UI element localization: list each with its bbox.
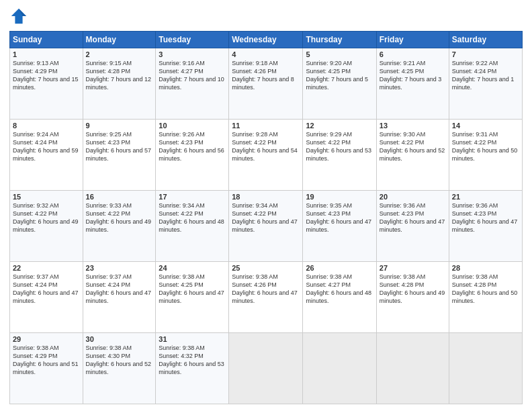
weekday-header-friday: Friday — [376, 32, 449, 48]
weekday-header-row: SundayMondayTuesdayWednesdayThursdayFrid… — [10, 32, 523, 48]
day-number: 2 — [86, 50, 153, 58]
day-info: Sunrise: 9:34 AMSunset: 4:22 PMDaylight:… — [232, 202, 298, 233]
calendar-cell: 12Sunrise: 9:29 AMSunset: 4:22 PMDayligh… — [303, 120, 376, 191]
weekday-header-wednesday: Wednesday — [229, 32, 303, 48]
day-info: Sunrise: 9:33 AMSunset: 4:22 PMDaylight:… — [86, 202, 152, 233]
calendar-cell: 24Sunrise: 9:38 AMSunset: 4:25 PMDayligh… — [156, 262, 229, 333]
calendar-cell: 7Sunrise: 9:22 AMSunset: 4:24 PMDaylight… — [449, 48, 522, 120]
day-number: 13 — [380, 122, 446, 130]
day-number: 1 — [13, 50, 80, 58]
weekday-header-monday: Monday — [83, 32, 156, 48]
day-number: 16 — [86, 193, 153, 201]
calendar-cell — [376, 333, 449, 404]
day-number: 20 — [380, 193, 446, 201]
calendar-cell: 13Sunrise: 9:30 AMSunset: 4:22 PMDayligh… — [376, 120, 449, 191]
day-number: 19 — [306, 193, 373, 201]
calendar-table: SundayMondayTuesdayWednesdayThursdayFrid… — [9, 31, 523, 404]
day-info: Sunrise: 9:36 AMSunset: 4:23 PMDaylight:… — [452, 202, 518, 233]
day-number: 9 — [86, 122, 153, 130]
calendar-cell: 17Sunrise: 9:34 AMSunset: 4:22 PMDayligh… — [156, 191, 229, 262]
calendar-cell: 16Sunrise: 9:33 AMSunset: 4:22 PMDayligh… — [83, 191, 156, 262]
day-number: 31 — [159, 335, 226, 343]
day-info: Sunrise: 9:31 AMSunset: 4:22 PMDaylight:… — [452, 131, 518, 162]
weekday-header-thursday: Thursday — [303, 32, 376, 48]
day-number: 10 — [159, 122, 226, 130]
day-number: 4 — [232, 50, 300, 58]
day-info: Sunrise: 9:16 AMSunset: 4:27 PMDaylight:… — [159, 60, 224, 91]
day-info: Sunrise: 9:30 AMSunset: 4:22 PMDaylight:… — [380, 131, 445, 162]
day-info: Sunrise: 9:38 AMSunset: 4:28 PMDaylight:… — [380, 273, 445, 304]
calendar-body: 1Sunrise: 9:13 AMSunset: 4:29 PMDaylight… — [10, 48, 523, 404]
calendar-week-5: 29Sunrise: 9:38 AMSunset: 4:29 PMDayligh… — [10, 333, 523, 404]
day-number: 7 — [452, 50, 519, 58]
weekday-header-saturday: Saturday — [449, 32, 522, 48]
calendar-cell: 29Sunrise: 9:38 AMSunset: 4:29 PMDayligh… — [10, 333, 83, 404]
day-info: Sunrise: 9:32 AMSunset: 4:22 PMDaylight:… — [13, 202, 79, 233]
day-info: Sunrise: 9:15 AMSunset: 4:28 PMDaylight:… — [86, 60, 152, 91]
weekday-header-tuesday: Tuesday — [156, 32, 229, 48]
day-info: Sunrise: 9:36 AMSunset: 4:23 PMDaylight:… — [380, 202, 445, 233]
calendar-cell — [449, 333, 522, 404]
day-info: Sunrise: 9:34 AMSunset: 4:22 PMDaylight:… — [159, 202, 224, 233]
day-info: Sunrise: 9:38 AMSunset: 4:26 PMDaylight:… — [232, 273, 298, 304]
calendar-cell — [303, 333, 376, 404]
calendar-cell: 26Sunrise: 9:38 AMSunset: 4:27 PMDayligh… — [303, 262, 376, 333]
day-number: 14 — [452, 122, 519, 130]
day-number: 29 — [13, 335, 80, 343]
calendar-cell: 18Sunrise: 9:34 AMSunset: 4:22 PMDayligh… — [229, 191, 303, 262]
day-info: Sunrise: 9:38 AMSunset: 4:25 PMDaylight:… — [159, 273, 224, 304]
calendar-week-2: 8Sunrise: 9:24 AMSunset: 4:24 PMDaylight… — [10, 120, 523, 191]
calendar-cell: 28Sunrise: 9:38 AMSunset: 4:28 PMDayligh… — [449, 262, 522, 333]
day-number: 5 — [306, 50, 373, 58]
calendar-cell: 23Sunrise: 9:37 AMSunset: 4:24 PMDayligh… — [83, 262, 156, 333]
day-info: Sunrise: 9:38 AMSunset: 4:29 PMDaylight:… — [13, 345, 79, 375]
day-number: 8 — [13, 122, 80, 130]
calendar-cell: 31Sunrise: 9:38 AMSunset: 4:32 PMDayligh… — [156, 333, 229, 404]
calendar-cell: 5Sunrise: 9:20 AMSunset: 4:25 PMDaylight… — [303, 48, 376, 120]
day-info: Sunrise: 9:37 AMSunset: 4:24 PMDaylight:… — [13, 273, 79, 304]
calendar-cell: 19Sunrise: 9:35 AMSunset: 4:23 PMDayligh… — [303, 191, 376, 262]
day-info: Sunrise: 9:38 AMSunset: 4:28 PMDaylight:… — [452, 273, 518, 304]
day-number: 17 — [159, 193, 226, 201]
day-info: Sunrise: 9:18 AMSunset: 4:26 PMDaylight:… — [232, 60, 294, 91]
calendar-header: SundayMondayTuesdayWednesdayThursdayFrid… — [10, 32, 523, 48]
day-info: Sunrise: 9:21 AMSunset: 4:25 PMDaylight:… — [380, 60, 442, 91]
day-number: 15 — [13, 193, 80, 201]
day-info: Sunrise: 9:37 AMSunset: 4:24 PMDaylight:… — [86, 273, 152, 304]
calendar-cell: 9Sunrise: 9:25 AMSunset: 4:23 PMDaylight… — [83, 120, 156, 191]
calendar-week-3: 15Sunrise: 9:32 AMSunset: 4:22 PMDayligh… — [10, 191, 523, 262]
calendar-week-1: 1Sunrise: 9:13 AMSunset: 4:29 PMDaylight… — [10, 48, 523, 120]
day-info: Sunrise: 9:20 AMSunset: 4:25 PMDaylight:… — [306, 60, 368, 91]
day-number: 26 — [306, 264, 373, 272]
day-number: 24 — [159, 264, 226, 272]
calendar-cell — [229, 333, 303, 404]
day-info: Sunrise: 9:29 AMSunset: 4:22 PMDaylight:… — [306, 131, 371, 162]
calendar-cell: 6Sunrise: 9:21 AMSunset: 4:25 PMDaylight… — [376, 48, 449, 120]
header — [9, 7, 523, 26]
day-number: 23 — [86, 264, 153, 272]
day-info: Sunrise: 9:38 AMSunset: 4:27 PMDaylight:… — [306, 273, 371, 304]
calendar-cell: 20Sunrise: 9:36 AMSunset: 4:23 PMDayligh… — [376, 191, 449, 262]
calendar-cell: 14Sunrise: 9:31 AMSunset: 4:22 PMDayligh… — [449, 120, 522, 191]
page: SundayMondayTuesdayWednesdayThursdayFrid… — [0, 0, 532, 411]
calendar-cell: 22Sunrise: 9:37 AMSunset: 4:24 PMDayligh… — [10, 262, 83, 333]
calendar-cell: 2Sunrise: 9:15 AMSunset: 4:28 PMDaylight… — [83, 48, 156, 120]
day-info: Sunrise: 9:25 AMSunset: 4:23 PMDaylight:… — [86, 131, 152, 162]
calendar-cell: 21Sunrise: 9:36 AMSunset: 4:23 PMDayligh… — [449, 191, 522, 262]
calendar-cell: 3Sunrise: 9:16 AMSunset: 4:27 PMDaylight… — [156, 48, 229, 120]
day-number: 6 — [380, 50, 446, 58]
day-number: 25 — [232, 264, 300, 272]
day-number: 12 — [306, 122, 373, 130]
calendar-cell: 4Sunrise: 9:18 AMSunset: 4:26 PMDaylight… — [229, 48, 303, 120]
calendar-cell: 1Sunrise: 9:13 AMSunset: 4:29 PMDaylight… — [10, 48, 83, 120]
day-info: Sunrise: 9:28 AMSunset: 4:22 PMDaylight:… — [232, 131, 298, 162]
calendar-cell: 11Sunrise: 9:28 AMSunset: 4:22 PMDayligh… — [229, 120, 303, 191]
day-info: Sunrise: 9:35 AMSunset: 4:23 PMDaylight:… — [306, 202, 371, 233]
calendar-cell: 27Sunrise: 9:38 AMSunset: 4:28 PMDayligh… — [376, 262, 449, 333]
day-number: 18 — [232, 193, 300, 201]
calendar-cell: 30Sunrise: 9:38 AMSunset: 4:30 PMDayligh… — [83, 333, 156, 404]
day-number: 22 — [13, 264, 80, 272]
day-number: 28 — [452, 264, 519, 272]
day-number: 11 — [232, 122, 300, 130]
calendar-week-4: 22Sunrise: 9:37 AMSunset: 4:24 PMDayligh… — [10, 262, 523, 333]
